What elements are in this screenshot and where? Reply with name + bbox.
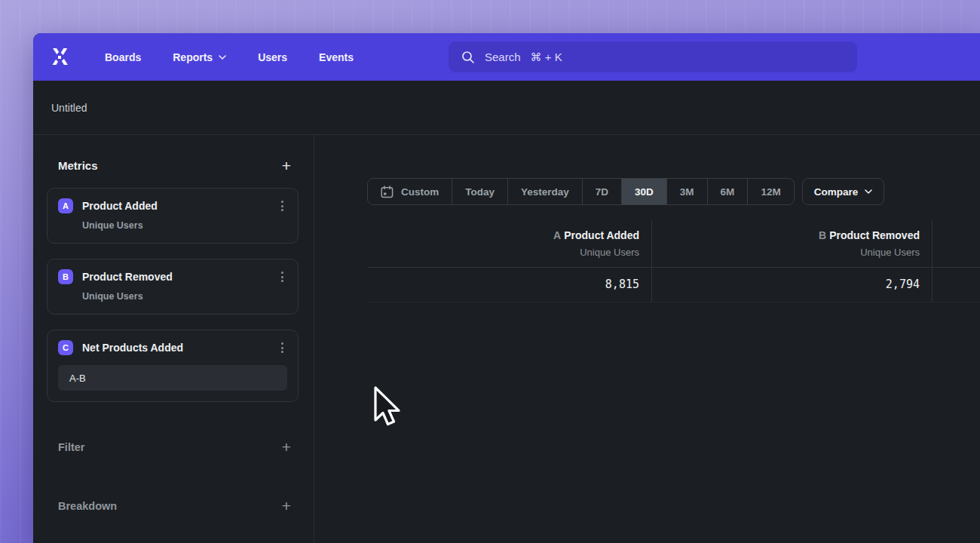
- nav-menu: Boards Reports Users Events: [105, 51, 354, 63]
- chevron-down-icon: [865, 189, 872, 194]
- metric-measurement[interactable]: Unique Users: [82, 220, 287, 231]
- table-cell-partial: [933, 268, 980, 302]
- metric-card-b[interactable]: B Product Removed Unique Users: [47, 259, 299, 314]
- date-range-12m[interactable]: 12M: [747, 179, 793, 204]
- search-shortcut: ⌘ + K: [531, 51, 562, 64]
- compare-label: Compare: [814, 186, 859, 198]
- nav-item-boards[interactable]: Boards: [105, 51, 141, 63]
- date-range-6m[interactable]: 6M: [707, 179, 748, 204]
- breakdown-section: Breakdown +: [47, 498, 299, 514]
- metrics-section-title: Metrics: [58, 159, 98, 172]
- metric-badge-c: C: [58, 340, 73, 355]
- column-badge: B: [819, 229, 826, 241]
- add-metric-button[interactable]: +: [282, 158, 291, 173]
- report-titlebar: Untitled: [33, 81, 980, 135]
- table-header-row: AProduct Added Unique Users BProduct Rem…: [367, 219, 980, 268]
- breakdown-section-title: Breakdown: [58, 500, 117, 512]
- compare-button[interactable]: Compare: [802, 178, 885, 205]
- add-filter-button[interactable]: +: [282, 439, 291, 455]
- table-header-col-partial: [933, 219, 980, 267]
- date-range-3m[interactable]: 3M: [666, 179, 707, 204]
- app-window: X Boards Reports Users Events: [33, 33, 980, 543]
- table-cell-value-a[interactable]: 8,815: [367, 268, 652, 302]
- date-range-7d[interactable]: 7D: [582, 179, 621, 204]
- date-range-picker: Custom Today Yesterday 7D 30D 3M 6M 12M: [367, 178, 795, 205]
- nav-item-reports[interactable]: Reports: [173, 51, 226, 63]
- results-table: AProduct Added Unique Users BProduct Rem…: [367, 219, 980, 302]
- date-range-label: Custom: [401, 186, 439, 198]
- table-header-col-b: BProduct Removed Unique Users: [652, 219, 933, 267]
- calendar-icon: [381, 186, 394, 198]
- desktop-background: X Boards Reports Users Events: [0, 0, 980, 543]
- column-subtitle: Unique Users: [652, 247, 920, 258]
- filter-section-title: Filter: [58, 441, 84, 453]
- search-placeholder: Search: [485, 51, 521, 63]
- search-icon: [461, 51, 475, 64]
- date-range-yesterday[interactable]: Yesterday: [507, 179, 582, 204]
- table-cell-value-b[interactable]: 2,794: [652, 268, 933, 302]
- metric-badge-b: B: [58, 269, 73, 284]
- column-badge: A: [553, 229, 561, 241]
- date-range-30d[interactable]: 30D: [621, 179, 666, 204]
- date-range-custom[interactable]: Custom: [368, 179, 452, 204]
- nav-item-users[interactable]: Users: [258, 51, 287, 63]
- nav-item-reports-label: Reports: [173, 51, 213, 63]
- metric-badge-a: A: [58, 198, 73, 213]
- date-range-today[interactable]: Today: [452, 179, 507, 204]
- kebab-menu-icon[interactable]: [277, 340, 287, 355]
- kebab-menu-icon[interactable]: [277, 269, 287, 284]
- add-breakdown-button[interactable]: +: [282, 498, 291, 514]
- filter-section: Filter +: [47, 439, 299, 455]
- metrics-header: Metrics +: [47, 158, 299, 173]
- table-header-col-a: AProduct Added Unique Users: [367, 219, 652, 267]
- metric-card-a[interactable]: A Product Added Unique Users: [47, 188, 299, 244]
- nav-item-events[interactable]: Events: [319, 51, 354, 63]
- mixpanel-logo[interactable]: X: [48, 46, 71, 69]
- query-sidebar: Metrics + A Product Added Unique Users B…: [33, 135, 314, 543]
- table-value-row: 8,815 2,794: [367, 268, 980, 302]
- top-navbar: X Boards Reports Users Events: [33, 33, 980, 81]
- metric-title: Product Removed: [82, 271, 277, 283]
- search-input[interactable]: Search ⌘ + K: [449, 41, 857, 72]
- formula-input[interactable]: A-B: [58, 365, 287, 391]
- column-title: Product Added: [564, 229, 639, 241]
- results-pane: Custom Today Yesterday 7D 30D 3M 6M 12M …: [314, 135, 980, 543]
- metric-measurement[interactable]: Unique Users: [82, 291, 287, 302]
- chevron-down-icon: [219, 55, 226, 60]
- metric-title: Net Products Added: [82, 342, 277, 354]
- column-title: Product Removed: [829, 229, 920, 241]
- logo-center-dot: [58, 56, 61, 59]
- column-subtitle: Unique Users: [367, 247, 639, 258]
- metric-title: Product Added: [82, 200, 277, 212]
- kebab-menu-icon[interactable]: [277, 198, 287, 213]
- report-title[interactable]: Untitled: [51, 102, 87, 114]
- metric-card-c[interactable]: C Net Products Added A-B: [47, 330, 299, 402]
